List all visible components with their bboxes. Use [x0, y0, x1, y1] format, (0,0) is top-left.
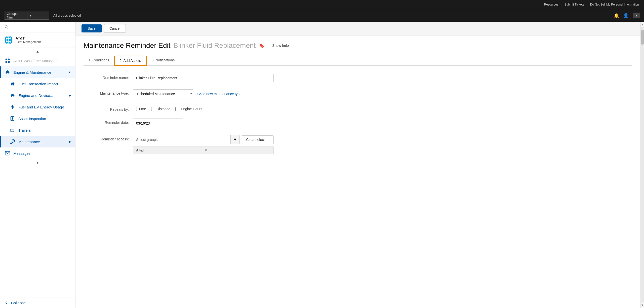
show-help-button[interactable]: Show help [268, 42, 293, 49]
search-icon[interactable] [4, 25, 9, 29]
sidebar-item-fuel-transaction-label: Fuel Transaction Import [18, 82, 71, 86]
time-checkbox[interactable] [133, 107, 137, 111]
action-bar: Save Cancel [75, 22, 640, 35]
sidebar-item-trailers-label: Trailers [18, 128, 71, 132]
sidebar-item-asset-inspection[interactable]: Asset Inspection [0, 113, 75, 124]
maintenance-chevron-icon: ▶ [69, 140, 71, 143]
reminder-name-input[interactable] [133, 74, 274, 82]
reminder-name-control [133, 74, 310, 82]
engine-chevron-icon: ▲ [68, 70, 71, 74]
sidebar-scroll-down-button[interactable]: ▼ [0, 159, 75, 166]
user-profile-icon[interactable]: 👤 [623, 13, 629, 18]
time-checkbox-label: Time [138, 107, 146, 111]
sidebar-item-messages[interactable]: Messages [0, 147, 75, 159]
sidebar-item-engine-maintenance[interactable]: Engine & Maintenance ▲ [0, 66, 75, 78]
clear-selection-button[interactable]: Clear selection [242, 135, 274, 144]
sidebar-item-trailers[interactable]: Trailers [0, 124, 75, 136]
maintenance-type-select[interactable]: Scheduled Maintenance Unscheduled Mainte… [133, 89, 193, 98]
distance-checkbox-item[interactable]: Distance [151, 107, 170, 111]
groups-filter-dropdown[interactable]: Groups filter ▼ [4, 12, 49, 20]
att-tag-label: AT&T [136, 148, 202, 152]
distance-checkbox[interactable] [151, 107, 155, 111]
header-bar: Groups filter ▼ All groups selected 🔔 👤 … [0, 9, 644, 22]
collapse-icon [4, 300, 9, 305]
att-tag-remove-button[interactable]: × [205, 148, 270, 152]
sidebar-scroll-up-button[interactable]: ▲ [0, 48, 75, 55]
top-bar: Resources Submit Tickets Do Not Sell My … [0, 0, 644, 9]
groups-select-input[interactable] [133, 136, 230, 144]
tabs: 1. Conditions 2. Add Assets 3. Notificat… [84, 56, 632, 66]
reminder-access-row: Reminder access: ▼ Clear selection AT&T [84, 135, 310, 154]
sidebar-item-engine-device[interactable]: Engine and Device... ▶ [0, 90, 75, 101]
scroll-thumb[interactable] [641, 30, 644, 45]
submit-tickets-link[interactable]: Submit Tickets [565, 3, 584, 6]
svg-rect-6 [8, 59, 10, 60]
groups-select-arrow-icon[interactable]: ▼ [230, 135, 240, 144]
content-area: Save Cancel Maintenance Reminder Edit Bl… [75, 22, 640, 308]
scroll-down-button[interactable]: ▼ [641, 302, 644, 308]
resources-link[interactable]: Resources [544, 3, 558, 6]
bookmark-icon[interactable]: 🔖 [259, 43, 265, 49]
scroll-track [641, 27, 644, 302]
page-content: Maintenance Reminder Edit Blinker Fluid … [75, 35, 640, 308]
do-not-sell-link[interactable]: Do Not Sell My Personal Information [590, 3, 639, 6]
tab-notifications[interactable]: 3. Notifications [147, 56, 180, 66]
date-input-wrap [133, 119, 183, 128]
engine-hours-checkbox-label: Engine Hours [181, 107, 202, 111]
page-title-row: Maintenance Reminder Edit Blinker Fluid … [84, 42, 632, 50]
sidebar-item-fuel-transaction[interactable]: Fuel Transaction Import [0, 78, 75, 90]
product-name: Fleet Management [16, 40, 41, 44]
groups-filter-label: Groups filter [4, 12, 27, 19]
repeats-by-row: Repeats by: Time Distance [84, 105, 310, 111]
collapse-label: Collapse [11, 301, 26, 305]
checklist-icon [10, 116, 15, 121]
svg-rect-8 [8, 61, 10, 63]
logo-section: AT&T Fleet Management [0, 32, 75, 48]
sidebar-item-asset-inspection-label: Asset Inspection [18, 117, 71, 121]
repeats-by-control: Time Distance Engine Hours [133, 105, 310, 111]
distance-checkbox-label: Distance [157, 107, 170, 111]
sidebar-item-workforce-label: AT&T Workforce Manager [13, 59, 71, 63]
att-tag-item: AT&T × [133, 146, 274, 154]
maintenance-type-control: Scheduled Maintenance Unscheduled Mainte… [133, 89, 310, 98]
tab-add-assets[interactable]: 2. Add Assets [114, 56, 147, 66]
right-scrollbar: ▲ ▼ [640, 22, 644, 308]
user-dropdown-arrow-icon: ▼ [635, 14, 638, 17]
sidebar-item-workforce[interactable]: AT&T Workforce Manager [0, 55, 75, 66]
sidebar-collapse-button[interactable]: Collapse [0, 297, 75, 308]
add-new-maintenance-type-button[interactable]: + Add new maintenance type [196, 92, 242, 96]
checkboxes-row: Time Distance Engine Hours [133, 105, 310, 111]
engine-hours-checkbox[interactable] [175, 107, 179, 111]
page-title-sub: Blinker Fluid Replacement [174, 42, 256, 50]
reminder-access-control: ▼ Clear selection AT&T × [133, 135, 310, 154]
sidebar-item-maintenance-label: Maintenance... [18, 140, 66, 144]
sidebar-item-fuel-ev-label: Fuel and EV Energy Usage [18, 105, 71, 109]
puzzle-icon [10, 81, 15, 87]
notification-bell-icon[interactable]: 🔔 [614, 13, 619, 18]
engine-hours-checkbox-item[interactable]: Engine Hours [175, 107, 202, 111]
groups-filter-arrow-icon[interactable]: ▼ [27, 12, 49, 19]
cancel-button[interactable]: Cancel [104, 24, 126, 33]
workforce-icon [5, 58, 10, 63]
maintenance-type-row: Maintenance type: Scheduled Maintenance … [84, 89, 310, 98]
user-dropdown[interactable]: ▼ [633, 13, 640, 18]
groups-select-input-wrap: ▼ [133, 135, 240, 144]
reminder-access-label: Reminder access: [84, 135, 129, 141]
sidebar-search-area[interactable] [0, 22, 75, 32]
save-button[interactable]: Save [82, 24, 102, 32]
ev-energy-icon [10, 104, 15, 110]
time-checkbox-item[interactable]: Time [133, 107, 146, 111]
reminder-date-row: Reminder date: [84, 119, 310, 128]
sidebar: AT&T Fleet Management ▲ AT&T Workforce M… [0, 22, 75, 308]
all-groups-text: All groups selected [53, 14, 614, 17]
sidebar-item-engine-label: Engine & Maintenance [13, 70, 65, 74]
sidebar-item-maintenance[interactable]: Maintenance... ▶ [0, 136, 75, 147]
tab-conditions[interactable]: 1. Conditions [84, 56, 114, 66]
sidebar-item-fuel-ev[interactable]: Fuel and EV Energy Usage [0, 101, 75, 113]
engine-icon [5, 69, 10, 75]
engine-device-chevron-icon: ▶ [69, 94, 71, 97]
reminder-date-input[interactable] [133, 119, 183, 127]
page-title-main: Maintenance Reminder Edit [84, 42, 171, 50]
scroll-up-button[interactable]: ▲ [641, 22, 644, 27]
repeats-by-label: Repeats by: [84, 105, 129, 111]
